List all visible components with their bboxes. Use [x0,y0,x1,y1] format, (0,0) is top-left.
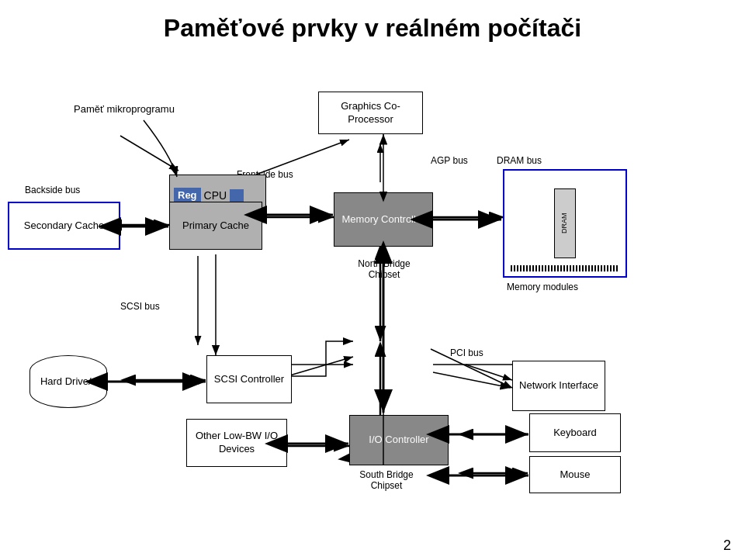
memory-controller-box: Memory Controller [334,192,433,247]
other-lowbw-box: Other Low-BW I/O Devices [186,419,287,467]
pamet-mikroprogramu-label: Paměť mikroprogramu [74,102,175,116]
north-bridge-label: North Bridge Chipset [345,258,423,280]
cpu-label: CPU [204,188,227,202]
network-interface-box: Network Interface [512,361,605,411]
keyboard-box: Keyboard [529,413,621,452]
graphics-coprocessor-box: Graphics Co-Processor [318,92,423,134]
svg-line-4 [120,136,178,171]
scsi-bus-label: SCSI bus [120,301,160,312]
io-controller-box: I/O Controller [349,415,449,465]
primary-cache-box: Primary Cache [169,202,262,250]
hard-drive-box: Hard Drive/s [29,355,107,408]
svg-line-14 [466,365,512,380]
dram4-box: DRAM [554,188,576,258]
agp-bus-label: AGP bus [431,155,468,166]
pci-bus-label: PCI bus [450,347,483,358]
backside-bus-label: Backside bus [25,185,80,195]
memory-modules-label: Memory modules [507,282,578,292]
scsi-controller-box: SCSI Controller [206,355,292,403]
page-title: Paměťové prvky v reálném počítači [0,0,745,50]
secondary-cache-box: Secondary Cache [8,202,120,250]
svg-line-32 [433,372,511,388]
dram-bus-label: DRAM bus [497,155,542,166]
svg-line-20 [287,357,353,376]
dram-container: DRAM DRAM DRAM DRAM [503,169,627,278]
mouse-box: Mouse [529,456,621,493]
page-number: 2 [723,538,731,554]
south-bridge-label: South Bridge Chipset [344,469,429,491]
